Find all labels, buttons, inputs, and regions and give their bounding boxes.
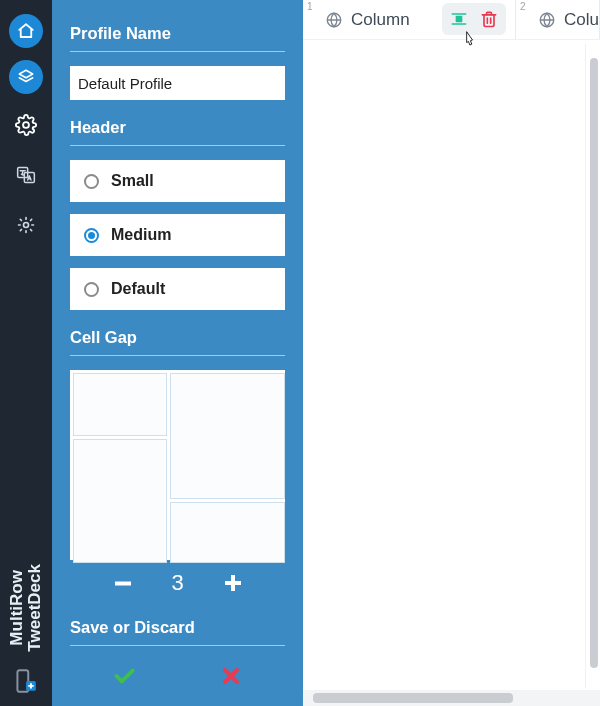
- cell-gap-preview: [70, 370, 285, 560]
- radio-icon: [84, 174, 99, 189]
- trash-icon: [479, 9, 499, 29]
- settings-panel: Profile Name Header Small Medium Default…: [52, 0, 303, 706]
- svg-point-0: [23, 122, 29, 128]
- column-content: [303, 44, 586, 688]
- column-toolbar: [442, 3, 506, 35]
- column-delete-button[interactable]: [476, 6, 502, 32]
- globe-icon: [325, 11, 343, 29]
- rail-settings-button[interactable]: [9, 108, 43, 142]
- radio-icon: [84, 228, 99, 243]
- header-option-small[interactable]: Small: [70, 160, 285, 202]
- header-heading: Header: [70, 118, 285, 137]
- preview-cell: [73, 373, 167, 436]
- radio-icon: [84, 282, 99, 297]
- header-option-medium[interactable]: Medium: [70, 214, 285, 256]
- svg-rect-11: [456, 16, 463, 23]
- divider: [70, 355, 285, 356]
- radio-label: Default: [111, 280, 165, 298]
- scrollbar-thumb[interactable]: [590, 58, 598, 668]
- cross-icon: [219, 664, 243, 688]
- column-align-button[interactable]: [446, 6, 472, 32]
- save-button[interactable]: [89, 660, 159, 692]
- brand-label: MultiRowTweetDeck: [8, 564, 44, 652]
- plus-icon: [221, 571, 245, 595]
- increase-button[interactable]: [216, 566, 250, 600]
- save-discard-actions: [70, 660, 285, 692]
- rail-translate-button[interactable]: [9, 158, 43, 192]
- rail-brightness-button[interactable]: [9, 208, 43, 242]
- side-rail: MultiRowTweetDeck: [0, 0, 52, 706]
- svg-rect-8: [231, 575, 235, 591]
- decrease-button[interactable]: [106, 566, 140, 600]
- columns-area: 1 Column 2 Colu: [303, 0, 600, 706]
- radio-label: Small: [111, 172, 154, 190]
- home-icon: [17, 22, 35, 40]
- column-index: 2: [520, 1, 526, 12]
- vertical-scrollbar[interactable]: [588, 44, 600, 688]
- rail-mobile-add-button[interactable]: [8, 664, 42, 698]
- rail-layers-button[interactable]: [9, 60, 43, 94]
- divider: [70, 645, 285, 646]
- rail-home-button[interactable]: [9, 14, 43, 48]
- layers-icon: [17, 68, 35, 86]
- column-index: 1: [307, 1, 313, 12]
- preview-cell: [170, 373, 285, 499]
- column-header-2[interactable]: 2 Colu: [516, 0, 600, 39]
- divider: [70, 145, 285, 146]
- translate-icon: [16, 165, 36, 185]
- cell-gap-stepper: 3: [70, 566, 285, 600]
- horizontal-scrollbar[interactable]: [303, 690, 600, 706]
- svg-point-3: [24, 223, 29, 228]
- header-option-default[interactable]: Default: [70, 268, 285, 310]
- minus-icon: [111, 571, 135, 595]
- cell-gap-heading: Cell Gap: [70, 328, 285, 347]
- preview-cell: [73, 439, 167, 563]
- svg-rect-6: [115, 582, 131, 586]
- save-discard-heading: Save or Discard: [70, 618, 285, 637]
- column-title: Column: [351, 10, 410, 30]
- mobile-add-icon: [12, 668, 38, 694]
- brightness-icon: [16, 215, 36, 235]
- radio-label: Medium: [111, 226, 171, 244]
- gear-icon: [15, 114, 37, 136]
- globe-icon: [538, 11, 556, 29]
- preview-cell: [170, 502, 285, 563]
- profile-name-input[interactable]: [70, 66, 285, 100]
- column-title: Colu: [564, 10, 599, 30]
- scrollbar-thumb[interactable]: [313, 693, 513, 703]
- divider: [70, 51, 285, 52]
- discard-button[interactable]: [196, 660, 266, 692]
- align-tool-icon: [449, 9, 469, 29]
- check-icon: [111, 663, 137, 689]
- cell-gap-value: 3: [168, 570, 188, 596]
- profile-name-heading: Profile Name: [70, 24, 285, 43]
